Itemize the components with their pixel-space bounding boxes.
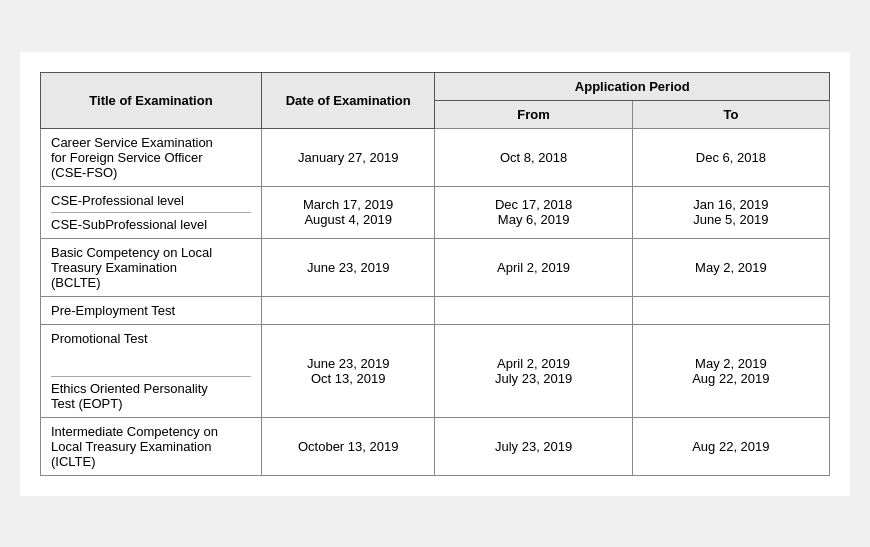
row-to: Aug 22, 2019	[632, 417, 829, 475]
row-date: June 23, 2019Oct 13, 2019	[261, 324, 435, 417]
row-from	[435, 296, 632, 324]
table-row: Pre-Employment Test	[41, 296, 830, 324]
row-title: Career Service Examinationfor Foreign Se…	[41, 128, 262, 186]
row-to: May 2, 2019Aug 22, 2019	[632, 324, 829, 417]
examination-table: Title of Examination Date of Examination…	[40, 72, 830, 476]
row-date	[261, 296, 435, 324]
table-row: Career Service Examinationfor Foreign Se…	[41, 128, 830, 186]
header-to: To	[632, 100, 829, 128]
header-title: Title of Examination	[41, 72, 262, 128]
row-title: Intermediate Competency onLocal Treasury…	[41, 417, 262, 475]
row-title: Basic Competency on LocalTreasury Examin…	[41, 238, 262, 296]
row-to: May 2, 2019	[632, 238, 829, 296]
row-date: June 23, 2019	[261, 238, 435, 296]
row-from: April 2, 2019	[435, 238, 632, 296]
row-title: Promotional Test Ethics Oriented Persona…	[41, 324, 262, 417]
header-date: Date of Examination	[261, 72, 435, 128]
row-date: January 27, 2019	[261, 128, 435, 186]
row-from: April 2, 2019July 23, 2019	[435, 324, 632, 417]
table-row: Basic Competency on LocalTreasury Examin…	[41, 238, 830, 296]
table-row: Promotional Test Ethics Oriented Persona…	[41, 324, 830, 417]
table-row: CSE-Professional level CSE-SubProfession…	[41, 186, 830, 238]
table-row: Intermediate Competency onLocal Treasury…	[41, 417, 830, 475]
row-to: Jan 16, 2019June 5, 2019	[632, 186, 829, 238]
row-from: July 23, 2019	[435, 417, 632, 475]
row-title: Pre-Employment Test	[41, 296, 262, 324]
row-title: CSE-Professional level CSE-SubProfession…	[41, 186, 262, 238]
row-date: October 13, 2019	[261, 417, 435, 475]
header-from: From	[435, 100, 632, 128]
row-to	[632, 296, 829, 324]
header-application-period: Application Period	[435, 72, 830, 100]
row-date: March 17, 2019August 4, 2019	[261, 186, 435, 238]
row-from: Dec 17, 2018May 6, 2019	[435, 186, 632, 238]
row-to: Dec 6, 2018	[632, 128, 829, 186]
main-container: Title of Examination Date of Examination…	[20, 52, 850, 496]
row-from: Oct 8, 2018	[435, 128, 632, 186]
